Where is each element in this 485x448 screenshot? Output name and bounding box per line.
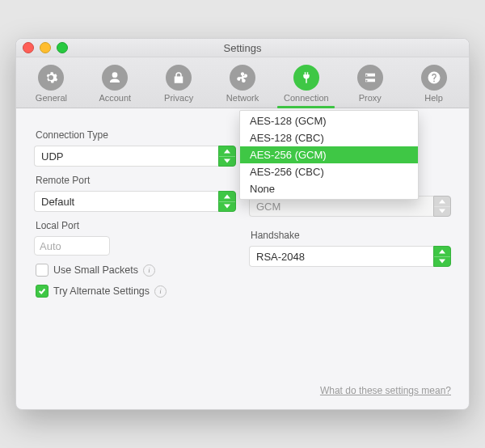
tab-help[interactable]: Help	[402, 62, 466, 108]
try-alternate-label: Try Alternate Settings	[53, 285, 150, 297]
use-small-packets-label: Use Small Packets	[53, 264, 138, 276]
local-port-input[interactable]: Auto	[34, 236, 110, 256]
tab-general[interactable]: General	[19, 62, 83, 108]
encryption-stepper[interactable]	[433, 196, 451, 217]
connection-type-stepper[interactable]	[218, 146, 236, 167]
tab-account[interactable]: Account	[83, 62, 147, 108]
tab-label: Privacy	[164, 93, 193, 103]
encryption-option[interactable]: None	[240, 180, 418, 197]
local-port-label: Local Port	[36, 220, 236, 231]
window-controls	[23, 42, 68, 53]
use-small-packets-checkbox[interactable]	[36, 264, 48, 277]
network-icon	[230, 65, 255, 91]
tab-label: General	[36, 93, 67, 103]
local-port-placeholder: Auto	[40, 240, 61, 252]
handshake-label: Handshake	[251, 230, 451, 241]
window-title: Settings	[16, 42, 469, 54]
connection-type-field: UDP	[34, 146, 236, 167]
left-column: Connection Type UDP Remote Port Default …	[34, 126, 236, 399]
encryption-dropdown: AES-128 (GCM) AES-128 (CBC) AES-256 (GCM…	[239, 110, 419, 200]
tab-label: Help	[424, 93, 443, 103]
use-small-packets-row: Use Small Packets i	[36, 264, 236, 277]
connection-type-label: Connection Type	[36, 129, 236, 141]
tab-label: Account	[99, 93, 131, 103]
tab-label: Network	[226, 93, 259, 103]
handshake-select[interactable]: RSA-2048	[249, 246, 433, 267]
content: Connection Type UDP Remote Port Default …	[16, 108, 469, 409]
tab-label: Proxy	[359, 93, 382, 103]
encryption-option-selected[interactable]: AES-256 (GCM)	[240, 146, 418, 163]
info-icon[interactable]: i	[143, 264, 155, 277]
minimize-icon[interactable]	[40, 42, 51, 53]
tab-label: Connection	[284, 93, 329, 103]
connection-type-select[interactable]: UDP	[34, 146, 218, 167]
try-alternate-checkbox[interactable]	[36, 285, 48, 298]
plug-icon	[293, 65, 319, 91]
remote-port-field: Default	[34, 191, 236, 212]
help-link[interactable]: What do these settings mean?	[320, 385, 451, 396]
person-icon	[102, 65, 128, 91]
question-icon	[421, 65, 447, 91]
server-icon	[357, 65, 383, 91]
encryption-option[interactable]: AES-128 (GCM)	[240, 112, 418, 129]
tab-network[interactable]: Network	[211, 62, 275, 108]
handshake-stepper[interactable]	[433, 246, 451, 267]
try-alternate-row: Try Alternate Settings i	[36, 285, 236, 298]
settings-window: Settings General Account Privacy Networ	[15, 38, 470, 410]
tab-proxy[interactable]: Proxy	[338, 62, 402, 108]
info-icon[interactable]: i	[154, 285, 167, 298]
remote-port-select[interactable]: Default	[34, 191, 218, 212]
encryption-option[interactable]: AES-128 (CBC)	[240, 129, 418, 146]
tab-connection[interactable]: Connection	[274, 62, 338, 108]
settings-toolbar: General Account Privacy Network Connecti…	[16, 57, 469, 108]
maximize-icon[interactable]	[57, 42, 68, 53]
gear-icon	[38, 65, 64, 91]
handshake-field: RSA-2048	[249, 246, 451, 267]
encryption-option[interactable]: AES-256 (CBC)	[240, 163, 418, 180]
remote-port-label: Remote Port	[36, 175, 236, 186]
lock-icon	[166, 65, 192, 91]
titlebar: Settings	[16, 39, 469, 57]
tab-privacy[interactable]: Privacy	[147, 62, 211, 108]
close-icon[interactable]	[23, 42, 34, 53]
remote-port-stepper[interactable]	[218, 191, 236, 212]
